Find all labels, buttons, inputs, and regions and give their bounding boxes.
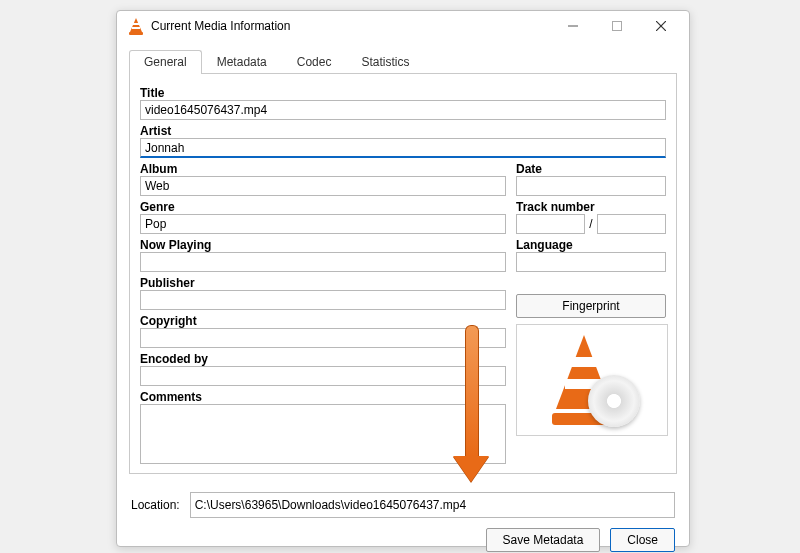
label-language: Language bbox=[516, 238, 666, 252]
track-number-field[interactable] bbox=[516, 214, 585, 234]
label-track-number: Track number bbox=[516, 200, 666, 214]
close-icon bbox=[656, 21, 666, 31]
vlc-cone-icon bbox=[127, 17, 145, 35]
close-button[interactable]: Close bbox=[610, 528, 675, 552]
tab-codec[interactable]: Codec bbox=[282, 50, 347, 74]
genre-field[interactable] bbox=[140, 214, 506, 234]
minimize-icon bbox=[568, 21, 578, 31]
album-art bbox=[516, 324, 668, 436]
titlebar: Current Media Information bbox=[117, 11, 689, 41]
tab-bar: General Metadata Codec Statistics bbox=[129, 47, 677, 74]
media-info-window: Current Media Information General Metada… bbox=[116, 10, 690, 547]
vlc-cone-large-icon bbox=[552, 335, 632, 425]
label-location: Location: bbox=[131, 498, 180, 512]
maximize-button[interactable] bbox=[595, 12, 639, 40]
label-encoded-by: Encoded by bbox=[140, 352, 506, 366]
encoded-by-field[interactable] bbox=[140, 366, 506, 386]
comments-field[interactable] bbox=[140, 404, 506, 464]
maximize-icon bbox=[612, 21, 622, 31]
close-window-button[interactable] bbox=[639, 12, 683, 40]
label-album: Album bbox=[140, 162, 506, 176]
label-genre: Genre bbox=[140, 200, 506, 214]
now-playing-field[interactable] bbox=[140, 252, 506, 272]
title-field[interactable] bbox=[140, 100, 666, 120]
label-title: Title bbox=[140, 86, 666, 100]
label-copyright: Copyright bbox=[140, 314, 506, 328]
label-artist: Artist bbox=[140, 124, 666, 138]
window-title: Current Media Information bbox=[151, 19, 290, 33]
footer: Save Metadata Close bbox=[117, 528, 675, 552]
minimize-button[interactable] bbox=[551, 12, 595, 40]
copyright-field[interactable] bbox=[140, 328, 506, 348]
album-field[interactable] bbox=[140, 176, 506, 196]
tab-general[interactable]: General bbox=[129, 50, 202, 74]
tab-metadata[interactable]: Metadata bbox=[202, 50, 282, 74]
general-panel: Title Artist Album Date Genre Track numb… bbox=[129, 74, 677, 474]
disc-icon bbox=[588, 375, 640, 427]
fingerprint-button[interactable]: Fingerprint bbox=[516, 294, 666, 318]
label-date: Date bbox=[516, 162, 666, 176]
artist-field[interactable] bbox=[140, 138, 666, 158]
track-total-field[interactable] bbox=[597, 214, 666, 234]
location-field[interactable] bbox=[190, 492, 675, 518]
save-metadata-button[interactable]: Save Metadata bbox=[486, 528, 601, 552]
label-publisher: Publisher bbox=[140, 276, 506, 290]
language-field[interactable] bbox=[516, 252, 666, 272]
publisher-field[interactable] bbox=[140, 290, 506, 310]
label-now-playing: Now Playing bbox=[140, 238, 506, 252]
label-comments: Comments bbox=[140, 390, 506, 404]
track-separator: / bbox=[589, 217, 592, 231]
date-field[interactable] bbox=[516, 176, 666, 196]
location-row: Location: bbox=[131, 492, 675, 518]
tab-statistics[interactable]: Statistics bbox=[346, 50, 424, 74]
svg-rect-1 bbox=[613, 22, 622, 31]
